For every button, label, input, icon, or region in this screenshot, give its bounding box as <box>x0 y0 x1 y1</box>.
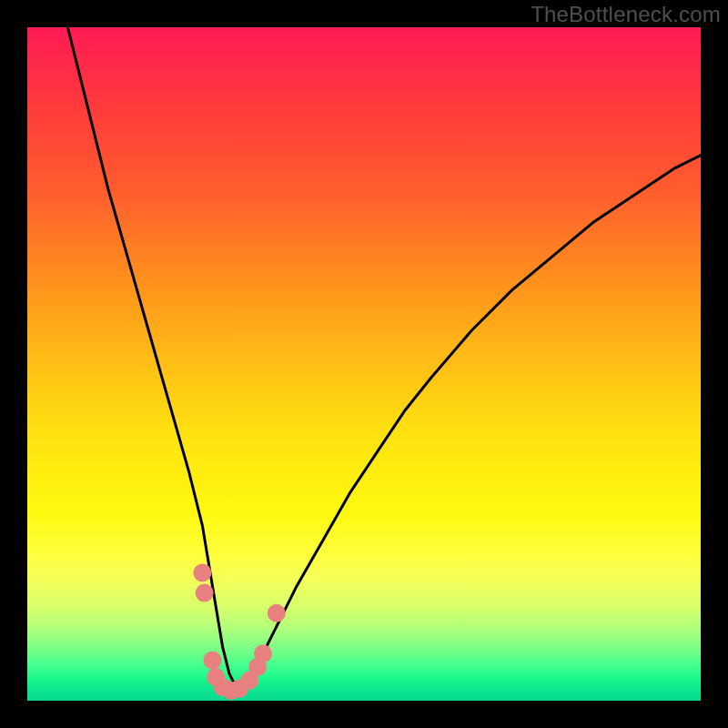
bottleneck-curve-path <box>67 27 701 687</box>
curve-marker <box>193 563 211 581</box>
bottleneck-markers <box>193 563 285 700</box>
plot-area <box>27 27 701 701</box>
watermark-text: TheBottleneck.com <box>531 2 721 27</box>
bottleneck-curve <box>67 27 701 687</box>
curve-svg <box>27 27 701 701</box>
curve-marker <box>268 604 286 622</box>
curve-marker <box>204 652 222 670</box>
curve-marker <box>196 584 214 602</box>
chart-frame: TheBottleneck.com <box>0 0 728 728</box>
curve-marker <box>254 644 272 662</box>
